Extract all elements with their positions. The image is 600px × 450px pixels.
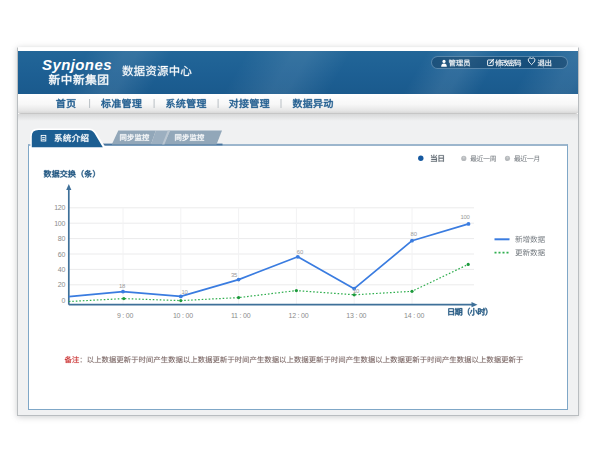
svg-text:20: 20 [58,281,66,288]
svg-text:0: 0 [61,297,65,304]
svg-text:12 : 00: 12 : 00 [288,312,308,319]
svg-text:14 : 00: 14 : 00 [404,312,424,319]
svg-text:13 : 00: 13 : 00 [346,312,366,319]
svg-text:18: 18 [119,283,126,289]
svg-text:11 : 00: 11 : 00 [231,312,251,319]
svg-text:80: 80 [58,235,66,242]
svg-text:60: 60 [58,251,66,258]
svg-text:35: 35 [231,272,238,278]
svg-text:80: 80 [411,231,418,237]
svg-text:60: 60 [297,249,304,255]
svg-text:10 : 00: 10 : 00 [173,312,193,319]
svg-text:10: 10 [353,288,360,294]
svg-text:100: 100 [54,220,65,227]
svg-text:40: 40 [58,266,66,273]
svg-text:10: 10 [181,289,188,295]
svg-text:100: 100 [460,214,470,220]
svg-text:9 : 00: 9 : 00 [117,312,134,319]
svg-text:120: 120 [54,204,65,211]
